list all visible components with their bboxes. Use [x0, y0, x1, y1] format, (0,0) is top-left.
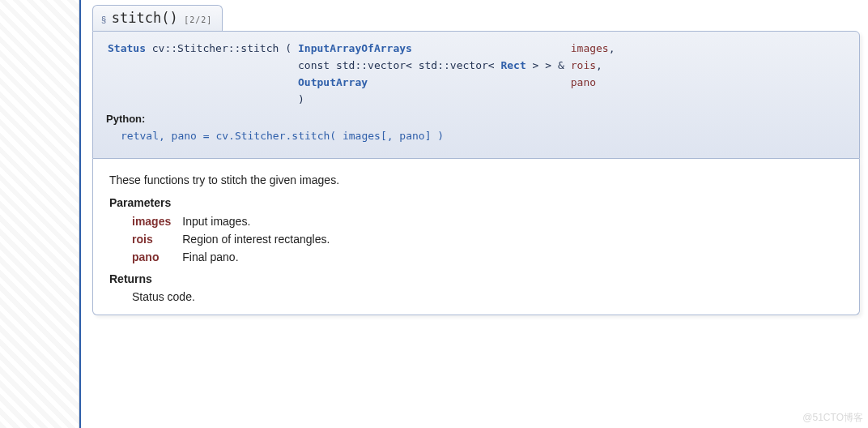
param-name: rois [132, 230, 182, 248]
type-suffix: > > & [526, 59, 564, 71]
sig-row: const std::vector< std::vector< Rect > >… [104, 57, 619, 74]
type-prefix: const std::vector< std::vector< [298, 59, 500, 71]
sig-row: OutputArray pano [104, 74, 619, 91]
doc-column: § stitch() [2/2] Status cv::Stitcher::st… [81, 0, 868, 428]
param-desc: Final pano. [182, 248, 336, 266]
close-paren-cell: ) [295, 91, 568, 108]
param-desc: Region of interest rectangles. [182, 230, 336, 248]
type-link[interactable]: InputArrayOfArrays [298, 42, 412, 54]
param-type-cell: const std::vector< std::vector< Rect > >… [295, 57, 568, 74]
python-binding: Python: retval, pano = cv.Stitcher.stitc… [104, 108, 851, 150]
parameters-table: images Input images. rois Region of inte… [132, 212, 336, 266]
permalink-icon[interactable]: § [101, 15, 106, 24]
returns-body: Status code. [132, 289, 843, 303]
sig-row: Status cv::Stitcher::stitch ( InputArray… [104, 40, 619, 57]
python-signature: retval, pano = cv.Stitcher.stitch( image… [106, 125, 851, 143]
sig-left: Status cv::Stitcher::stitch ( [104, 40, 295, 57]
open-paren: ( [285, 42, 291, 54]
description: These functions try to stitch the given … [109, 173, 843, 186]
returns-title: Returns [109, 272, 843, 285]
param-name: pano [132, 248, 182, 266]
signature-table: Status cv::Stitcher::stitch ( InputArray… [104, 40, 619, 108]
param-name-cell: images, [568, 40, 619, 57]
function-name: stitch() [112, 10, 178, 26]
param-trailing: , [609, 42, 615, 54]
parameters-title: Parameters [109, 196, 843, 209]
param-trailing: , [596, 59, 602, 71]
signature-box: Status cv::Stitcher::stitch ( InputArray… [92, 31, 860, 159]
param-name: rois [571, 59, 596, 71]
qualified-name: cv::Stitcher::stitch [152, 42, 279, 54]
param-row: pano Final pano. [132, 248, 336, 266]
param-name: images [571, 42, 609, 54]
return-type: Status [108, 42, 146, 54]
member-title-tab: § stitch() [2/2] [92, 5, 223, 31]
member-item: § stitch() [2/2] Status cv::Stitcher::st… [92, 5, 860, 315]
param-name: pano [571, 76, 596, 88]
doc-body: These functions try to stitch the given … [92, 159, 860, 315]
page-root: § stitch() [2/2] Status cv::Stitcher::st… [0, 0, 868, 428]
param-type-cell: InputArrayOfArrays [295, 40, 568, 57]
overload-index: [2/2] [184, 15, 212, 24]
type-link[interactable]: Rect [500, 59, 525, 71]
param-name-cell: pano [568, 74, 619, 91]
param-name-cell: rois, [568, 57, 619, 74]
param-desc: Input images. [182, 212, 336, 230]
param-name: images [132, 212, 182, 230]
sig-row: ) [104, 91, 619, 108]
python-label: Python: [106, 113, 851, 125]
param-row: rois Region of interest rectangles. [132, 230, 336, 248]
param-row: images Input images. [132, 212, 336, 230]
param-type-cell: OutputArray [295, 74, 568, 91]
type-link[interactable]: OutputArray [298, 76, 368, 88]
side-gutter [0, 0, 79, 428]
